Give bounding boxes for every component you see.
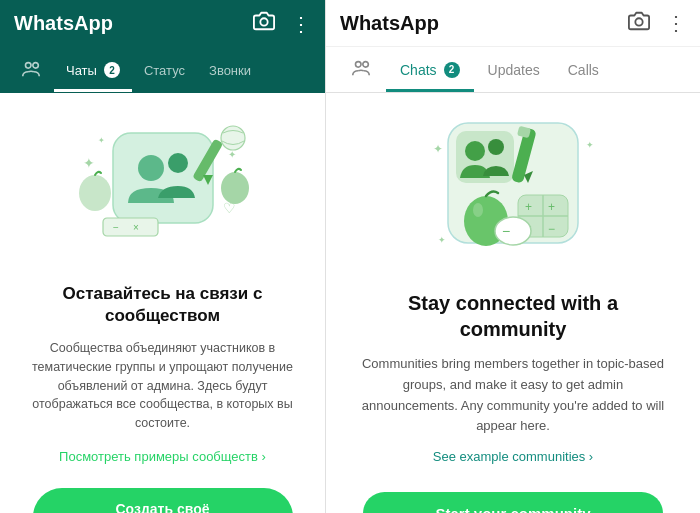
right-tab-chats[interactable]: Chats 2	[386, 48, 474, 92]
right-panel: WhatsApp ⋮ C	[325, 0, 700, 513]
left-menu-icon[interactable]: ⋮	[291, 12, 311, 36]
svg-point-2	[33, 62, 39, 68]
right-header-icons: ⋮	[628, 10, 686, 36]
right-menu-icon[interactable]: ⋮	[666, 11, 686, 35]
left-header-icons: ⋮	[253, 10, 311, 37]
left-camera-icon[interactable]	[253, 10, 275, 37]
right-main-text: Stay connected with a community	[356, 290, 670, 342]
left-tab-status[interactable]: Статус	[132, 49, 197, 92]
svg-text:✦: ✦	[83, 155, 95, 171]
right-example-link[interactable]: See example communities ›	[433, 449, 593, 464]
svg-point-17	[221, 126, 245, 150]
left-status-label: Статус	[144, 63, 185, 78]
right-chats-badge: 2	[444, 62, 460, 78]
svg-point-1	[26, 62, 32, 68]
svg-text:−: −	[548, 222, 555, 236]
right-start-community-button[interactable]: Start your community	[363, 492, 663, 513]
right-updates-label: Updates	[488, 62, 540, 78]
svg-point-23	[465, 141, 485, 161]
svg-point-36	[473, 203, 483, 217]
right-calls-label: Calls	[568, 62, 599, 78]
right-illustration: + + × − − ✦ ✦ ✦	[418, 113, 608, 268]
svg-text:✦: ✦	[228, 149, 236, 160]
svg-text:✦: ✦	[586, 140, 594, 150]
svg-point-37	[495, 217, 531, 245]
svg-text:✦: ✦	[98, 136, 105, 145]
left-tab-calls[interactable]: Звонки	[197, 49, 263, 92]
svg-text:✦: ✦	[438, 235, 446, 245]
left-sub-text: Сообщества объединяют участников в темат…	[20, 339, 305, 433]
right-app-title: WhatsApp	[340, 12, 439, 35]
svg-rect-8	[103, 218, 158, 236]
left-content: − × ✦ ✦ ✦ ♡ Оставайтесь на связи с сообщ…	[0, 93, 325, 513]
left-header: WhatsApp ⋮	[0, 0, 325, 47]
svg-text:✦: ✦	[433, 142, 443, 156]
left-example-link[interactable]: Посмотреть примеры сообществ ›	[59, 449, 266, 464]
right-tab-calls[interactable]: Calls	[554, 48, 613, 92]
svg-text:−: −	[502, 223, 510, 239]
svg-point-4	[138, 155, 164, 181]
svg-point-20	[363, 62, 369, 68]
svg-point-5	[168, 153, 188, 173]
right-tabs: Chats 2 Updates Calls	[326, 47, 700, 93]
right-sub-text: Communities bring members together in to…	[356, 354, 670, 437]
left-tabs: Чаты 2 Статус Звонки	[0, 47, 325, 93]
communities-icon	[20, 58, 42, 83]
right-content: + + × − − ✦ ✦ ✦ Stay connected with a co…	[326, 93, 700, 513]
right-header: WhatsApp ⋮	[326, 0, 700, 47]
left-create-community-button[interactable]: Создать своё сообщество	[33, 488, 293, 513]
svg-text:+: +	[548, 200, 555, 214]
svg-text:+: +	[525, 200, 532, 214]
svg-point-18	[635, 18, 642, 25]
left-chats-label: Чаты	[66, 63, 97, 78]
left-tab-chats[interactable]: Чаты 2	[54, 48, 132, 92]
left-panel: WhatsApp ⋮ Ч	[0, 0, 325, 513]
svg-point-6	[79, 175, 111, 211]
left-tab-communities[interactable]	[8, 44, 54, 97]
left-illustration: − × ✦ ✦ ✦ ♡	[73, 113, 253, 263]
left-chats-badge: 2	[104, 62, 120, 78]
left-app-title: WhatsApp	[14, 12, 113, 35]
svg-text:×: ×	[133, 222, 139, 233]
svg-text:−: −	[113, 222, 119, 233]
svg-text:♡: ♡	[223, 200, 236, 216]
svg-point-24	[488, 139, 504, 155]
right-tab-updates[interactable]: Updates	[474, 48, 554, 92]
left-calls-label: Звонки	[209, 63, 251, 78]
right-chats-label: Chats	[400, 62, 437, 78]
svg-point-19	[356, 62, 362, 68]
svg-point-0	[260, 18, 267, 25]
right-tab-communities[interactable]	[336, 43, 386, 96]
right-communities-icon	[350, 57, 372, 82]
left-main-text: Оставайтесь на связи с сообществом	[20, 283, 305, 327]
right-camera-icon[interactable]	[628, 10, 650, 36]
